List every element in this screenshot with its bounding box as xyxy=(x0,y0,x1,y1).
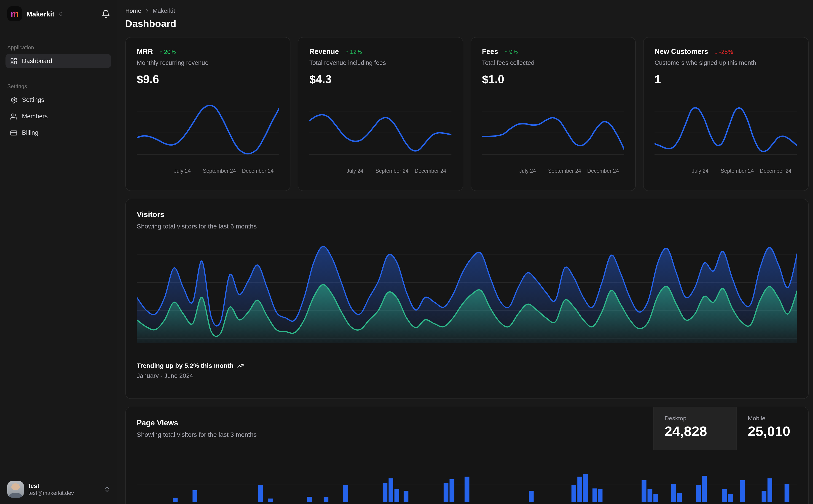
user-name: test xyxy=(28,483,74,489)
sparkline-x-axis: July 24 September 24 December 24 xyxy=(137,168,279,175)
stat-card-mrr: MRR ↑ 20% Monthly recurring revenue $9.6… xyxy=(125,37,291,191)
visitors-trend-text: Trending up by 5.2% this month xyxy=(137,362,234,369)
stat-value: 1 xyxy=(655,73,797,86)
notifications-button[interactable] xyxy=(101,9,110,18)
toggle-label: Mobile xyxy=(748,415,808,422)
workspace-header: m Makerkit xyxy=(0,0,117,21)
main-content: Home Makerkit Dashboard MRR ↑ 20% Monthl… xyxy=(117,0,813,504)
x-tick: July 24 xyxy=(174,168,191,174)
fees-sparkline-chart xyxy=(482,100,625,164)
toggle-value: 24,828 xyxy=(665,424,736,439)
trend-badge: ↑ 9% xyxy=(504,48,518,55)
makerkit-logo: m xyxy=(7,6,22,21)
sidebar-section-settings: Settings xyxy=(0,84,117,89)
trend-badge: ↓ -25% xyxy=(715,48,733,55)
mrr-sparkline-chart xyxy=(137,100,279,164)
avatar xyxy=(7,481,24,498)
toggle-desktop[interactable]: Desktop 24,828 xyxy=(653,407,736,450)
stat-value: $9.6 xyxy=(137,73,279,86)
sidebar-item-label: Dashboard xyxy=(22,58,52,64)
stat-value: $1.0 xyxy=(482,73,625,86)
sparkline-x-axis: July 24 September 24 December 24 xyxy=(655,168,797,175)
stats-row: MRR ↑ 20% Monthly recurring revenue $9.6… xyxy=(125,37,808,191)
x-tick: September 24 xyxy=(548,168,581,174)
sidebar-item-members[interactable]: Members xyxy=(5,109,111,123)
toggle-mobile[interactable]: Mobile 25,010 xyxy=(736,407,808,450)
x-tick: December 24 xyxy=(242,168,274,174)
page-views-bar-chart xyxy=(137,451,797,502)
user-meta: test test@makerkit.dev xyxy=(28,483,74,496)
sparkline-x-axis: July 24 September 24 December 24 xyxy=(309,168,452,175)
stat-title: Revenue xyxy=(309,48,339,56)
sidebar-item-label: Settings xyxy=(22,96,44,103)
visitors-period: January - June 2024 xyxy=(137,372,244,379)
arrow-up-icon: ↑ xyxy=(345,48,348,55)
stat-card-revenue: Revenue ↑ 12% Total revenue including fe… xyxy=(298,37,463,191)
sidebar-item-billing[interactable]: Billing xyxy=(5,126,111,140)
chevron-right-icon xyxy=(144,8,150,14)
breadcrumb-home-link[interactable]: Home xyxy=(125,7,141,14)
bell-icon xyxy=(101,9,110,18)
page-views-header: Page Views Showing total visitors for th… xyxy=(126,407,808,450)
trending-up-icon xyxy=(237,362,244,369)
sidebar-item-settings[interactable]: Settings xyxy=(5,93,111,107)
visitors-card: Visitors Showing total visitors for the … xyxy=(125,199,808,399)
visitors-area-chart xyxy=(137,242,797,343)
x-tick: December 24 xyxy=(587,168,619,174)
logo-letter: m xyxy=(11,9,19,18)
sidebar: m Makerkit Application Dashboard Setting… xyxy=(0,0,117,504)
sidebar-section-application: Application xyxy=(0,45,117,50)
chevrons-up-down-icon xyxy=(58,11,64,17)
page-views-title: Page Views xyxy=(137,419,642,427)
trend-badge: ↑ 12% xyxy=(345,48,362,55)
stat-value: $4.3 xyxy=(309,73,452,86)
gear-icon xyxy=(10,96,17,103)
trend-badge: ↑ 20% xyxy=(159,48,176,55)
stat-subtitle: Monthly recurring revenue xyxy=(137,59,279,66)
app-root: m Makerkit Application Dashboard Setting… xyxy=(0,0,813,504)
sidebar-item-label: Members xyxy=(22,113,48,120)
x-tick: September 24 xyxy=(203,168,236,174)
settings-menu: Settings Members Billing xyxy=(0,93,117,140)
x-tick: September 24 xyxy=(376,168,409,174)
arrow-down-icon: ↓ xyxy=(715,48,718,55)
x-tick: July 24 xyxy=(692,168,709,174)
new-customers-sparkline-chart xyxy=(655,100,797,164)
sidebar-item-label: Billing xyxy=(22,129,38,136)
toggle-value: 25,010 xyxy=(748,424,808,439)
visitors-title: Visitors xyxy=(137,210,797,219)
revenue-sparkline-chart xyxy=(309,100,452,164)
toggle-label: Desktop xyxy=(665,415,736,422)
page-title: Dashboard xyxy=(125,18,808,29)
page-views-card: Page Views Showing total visitors for th… xyxy=(125,407,808,504)
users-icon xyxy=(10,113,17,120)
x-tick: July 24 xyxy=(347,168,363,174)
visitors-subtitle: Showing total visitors for the last 6 mo… xyxy=(137,223,797,230)
stat-title: Fees xyxy=(482,48,498,56)
page-views-subtitle: Showing total visitors for the last 3 mo… xyxy=(137,431,642,438)
credit-card-icon xyxy=(10,129,17,136)
arrow-up-icon: ↑ xyxy=(504,48,507,55)
user-menu[interactable]: test test@makerkit.dev xyxy=(0,476,117,504)
stat-title: New Customers xyxy=(655,48,708,56)
user-email: test@makerkit.dev xyxy=(28,490,74,496)
x-tick: September 24 xyxy=(721,168,754,174)
sidebar-item-dashboard[interactable]: Dashboard xyxy=(5,54,111,68)
breadcrumb-current: Makerkit xyxy=(152,7,175,14)
stat-card-fees: Fees ↑ 9% Total fees collected $1.0 July… xyxy=(471,37,636,191)
arrow-up-icon: ↑ xyxy=(159,48,162,55)
stat-title: MRR xyxy=(137,48,153,56)
dashboard-icon xyxy=(10,57,17,65)
x-tick: December 24 xyxy=(760,168,792,174)
visitors-footer: Trending up by 5.2% this month January -… xyxy=(137,362,244,379)
x-tick: July 24 xyxy=(519,168,536,174)
workspace-selector[interactable] xyxy=(58,11,64,17)
stat-card-new-customers: New Customers ↓ -25% Customers who signe… xyxy=(643,37,808,191)
chevrons-up-down-icon xyxy=(104,486,110,493)
stat-subtitle: Total revenue including fees xyxy=(309,59,452,66)
stat-subtitle: Customers who signed up this month xyxy=(655,59,797,66)
sparkline-x-axis: July 24 September 24 December 24 xyxy=(482,168,625,175)
workspace-name: Makerkit xyxy=(27,10,54,18)
x-tick: December 24 xyxy=(415,168,446,174)
application-menu: Dashboard xyxy=(0,54,117,68)
